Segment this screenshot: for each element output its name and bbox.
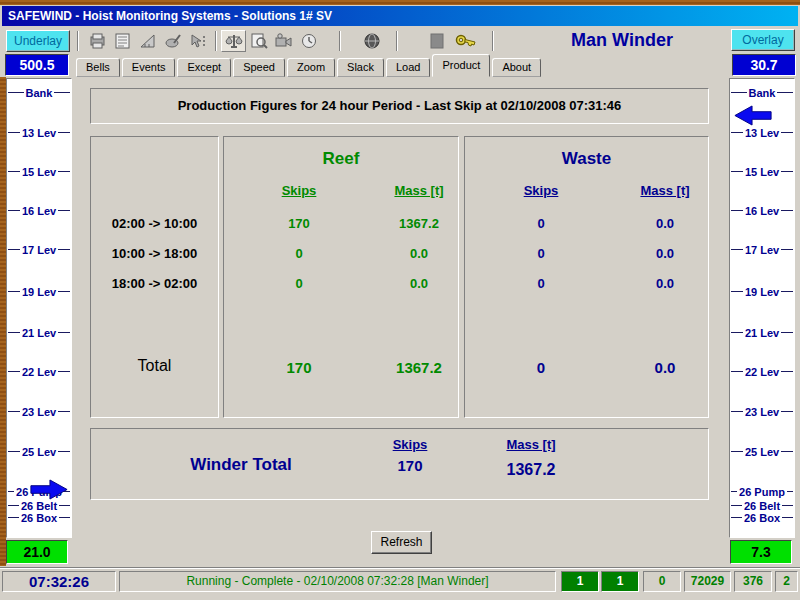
level-marker: 21 Lev bbox=[8, 326, 70, 339]
waste-total-mass: 0.0 bbox=[615, 359, 715, 376]
winder-total-label: Winder Total bbox=[141, 455, 341, 475]
period-row-label: 10:00 -> 18:00 bbox=[91, 246, 218, 261]
waste-mass-header: Mass [t] bbox=[615, 183, 715, 198]
toolbar-separator bbox=[492, 31, 493, 51]
search-doc-icon[interactable] bbox=[246, 30, 271, 52]
scales-icon[interactable] bbox=[221, 30, 246, 52]
total-row-label: Total bbox=[91, 357, 218, 375]
level-marker: 19 Lev bbox=[731, 285, 793, 298]
reef-total-mass: 1367.2 bbox=[369, 359, 469, 376]
level-marker: 13 Lev bbox=[8, 126, 70, 139]
level-marker: 16 Lev bbox=[731, 204, 793, 217]
status-clock: 07:32:26 bbox=[2, 571, 116, 592]
tab-about[interactable]: About bbox=[492, 58, 541, 77]
toolbar-separator bbox=[396, 31, 397, 51]
reef-mass-value: 0.0 bbox=[369, 276, 469, 291]
tab-bar: Bells Events Except Speed Zoom Slack Loa… bbox=[76, 56, 543, 77]
reef-total-skips: 170 bbox=[244, 359, 354, 376]
tab-events[interactable]: Events bbox=[122, 58, 176, 77]
window-title: SAFEWIND - Hoist Monitoring Systems - So… bbox=[8, 9, 332, 23]
reef-mass-value: 1367.2 bbox=[369, 216, 469, 231]
tab-bells[interactable]: Bells bbox=[76, 58, 120, 77]
report-icon[interactable] bbox=[85, 30, 110, 52]
stop-icon[interactable] bbox=[424, 30, 449, 52]
tab-load[interactable]: Load bbox=[386, 58, 430, 77]
speed-gauge-left: 21.0 bbox=[6, 540, 68, 564]
speed-gauge-right: 7.3 bbox=[730, 540, 792, 564]
reef-title: Reef bbox=[224, 149, 458, 169]
depth-value-left: 500.5 bbox=[5, 54, 69, 76]
toolbar-separator bbox=[215, 31, 216, 51]
waste-mass-value: 0.0 bbox=[615, 276, 715, 291]
winder-name-label: Man Winder bbox=[542, 30, 702, 51]
level-marker: Bank bbox=[731, 86, 793, 99]
period-row-label: 18:00 -> 02:00 bbox=[91, 276, 218, 291]
level-marker: 25 Lev bbox=[8, 445, 70, 458]
reef-panel: Reef Skips Mass [t] 170 1367.2 0 0.0 0 0… bbox=[223, 136, 459, 418]
production-header-panel: Production Figures for 24 hour Period - … bbox=[90, 88, 709, 124]
log-icon[interactable] bbox=[110, 30, 135, 52]
tab-slack[interactable]: Slack bbox=[337, 58, 384, 77]
level-marker: 15 Lev bbox=[731, 165, 793, 178]
tab-except[interactable]: Except bbox=[177, 58, 231, 77]
camera-icon[interactable] bbox=[271, 30, 296, 52]
level-marker: 15 Lev bbox=[8, 165, 70, 178]
application-window: SAFEWIND - Hoist Monitoring Systems - So… bbox=[0, 0, 800, 600]
underlay-button[interactable]: Underlay bbox=[6, 30, 70, 52]
level-marker: 22 Lev bbox=[8, 365, 70, 378]
period-row-label: 02:00 -> 10:00 bbox=[91, 216, 218, 231]
title-bar: SAFEWIND - Hoist Monitoring Systems - So… bbox=[2, 6, 798, 26]
level-marker: 21 Lev bbox=[731, 326, 793, 339]
clock-icon[interactable] bbox=[296, 30, 321, 52]
shaft-levels-right: Bank 13 Lev 15 Lev 16 Lev 17 Lev 19 Lev … bbox=[729, 78, 795, 538]
winder-mass-header: Mass [t] bbox=[481, 437, 581, 452]
waste-title: Waste bbox=[465, 149, 708, 169]
tab-zoom[interactable]: Zoom bbox=[287, 58, 335, 77]
waste-skips-value: 0 bbox=[486, 276, 596, 291]
level-marker: 17 Lev bbox=[8, 243, 70, 256]
level-marker: Bank bbox=[8, 86, 70, 99]
toolbar: Underlay bbox=[2, 26, 798, 55]
status-counter: 1 bbox=[601, 571, 639, 592]
toolbar-separator bbox=[339, 31, 340, 51]
winder-total-panel: Winder Total Skips 170 Mass [t] 1367.2 bbox=[90, 428, 709, 500]
waste-skips-header: Skips bbox=[486, 183, 596, 198]
level-marker: 26 Box bbox=[731, 511, 793, 524]
waste-skips-value: 0 bbox=[486, 216, 596, 231]
globe-icon[interactable] bbox=[359, 30, 384, 52]
level-marker: 19 Lev bbox=[8, 285, 70, 298]
winder-skips-header: Skips bbox=[360, 437, 460, 452]
overlay-button[interactable]: Overlay bbox=[731, 29, 795, 51]
level-marker: 23 Lev bbox=[8, 405, 70, 418]
winder-mass-value: 1367.2 bbox=[481, 461, 581, 479]
reef-skips-value: 0 bbox=[244, 276, 354, 291]
reef-skips-header: Skips bbox=[244, 183, 354, 198]
status-counter: 72029 bbox=[684, 571, 731, 592]
level-marker: 25 Lev bbox=[731, 445, 793, 458]
level-marker: 16 Lev bbox=[8, 204, 70, 217]
conveyance-position-arrow-left bbox=[733, 103, 773, 132]
level-marker: 23 Lev bbox=[731, 405, 793, 418]
reef-skips-value: 0 bbox=[244, 246, 354, 261]
status-counter: 0 bbox=[643, 571, 681, 592]
tab-speed[interactable]: Speed bbox=[233, 58, 285, 77]
production-header-text: Production Figures for 24 hour Period - … bbox=[91, 89, 708, 123]
status-counter: 1 bbox=[561, 571, 599, 592]
period-column-panel: 02:00 -> 10:00 10:00 -> 18:00 18:00 -> 0… bbox=[90, 136, 219, 418]
reef-mass-header: Mass [t] bbox=[369, 183, 469, 198]
level-marker: 26 Box bbox=[8, 511, 70, 524]
refresh-button[interactable]: Refresh bbox=[371, 531, 432, 554]
toolbar-separator bbox=[77, 31, 78, 51]
ruler-icon[interactable] bbox=[135, 30, 160, 52]
level-marker: 17 Lev bbox=[731, 243, 793, 256]
reef-mass-value: 0.0 bbox=[369, 246, 469, 261]
pointer-icon[interactable] bbox=[185, 30, 210, 52]
key-icon[interactable] bbox=[453, 30, 478, 52]
level-marker: 26 Pump bbox=[731, 485, 793, 498]
hand-write-icon[interactable] bbox=[160, 30, 185, 52]
tab-product[interactable]: Product bbox=[432, 54, 490, 77]
winder-skips-value: 170 bbox=[360, 457, 460, 474]
reef-skips-value: 170 bbox=[244, 216, 354, 231]
status-counter: 376 bbox=[734, 571, 772, 592]
waste-total-skips: 0 bbox=[486, 359, 596, 376]
